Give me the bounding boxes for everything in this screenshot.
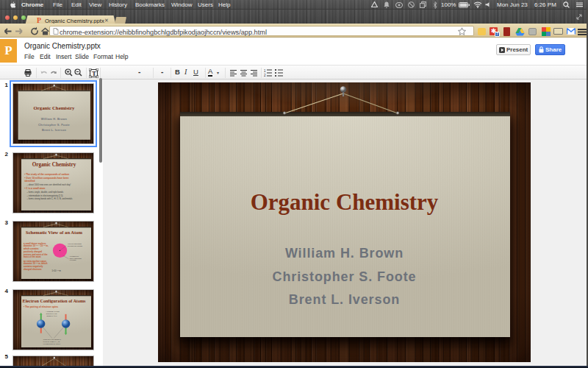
svg-text:2: 2: [264, 74, 266, 77]
svg-text:T: T: [92, 70, 96, 77]
svg-text:1: 1: [264, 69, 266, 73]
